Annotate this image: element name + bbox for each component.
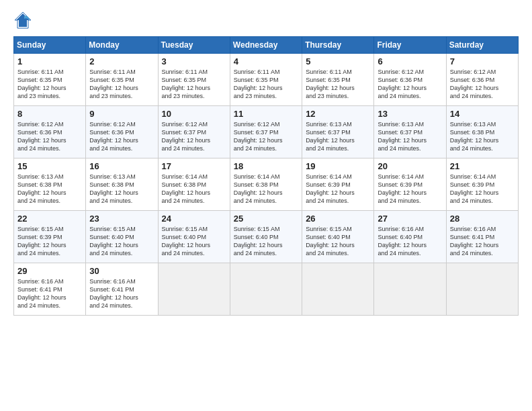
logo	[13, 11, 35, 30]
day-number: 29	[17, 266, 82, 276]
day-number: 30	[89, 266, 154, 276]
cell-text: Sunrise: 6:13 AMSunset: 6:37 PMDaylight:…	[378, 120, 442, 153]
cell-text: Sunrise: 6:12 AMSunset: 6:37 PMDaylight:…	[234, 120, 298, 153]
cell-text: Sunrise: 6:15 AMSunset: 6:40 PMDaylight:…	[89, 225, 154, 258]
cell-text: Sunrise: 6:16 AMSunset: 6:40 PMDaylight:…	[378, 225, 442, 258]
weekday-header-row: SundayMondayTuesdayWednesdayThursdayFrid…	[14, 37, 519, 54]
calendar-cell	[230, 263, 302, 316]
day-number: 10	[162, 109, 226, 119]
day-number: 18	[234, 161, 298, 171]
cell-text: Sunrise: 6:14 AMSunset: 6:39 PMDaylight:…	[378, 173, 442, 205]
cell-text: Sunrise: 6:12 AMSunset: 6:36 PMDaylight:…	[378, 68, 442, 101]
day-number: 13	[378, 109, 442, 119]
calendar-cell: 11Sunrise: 6:12 AMSunset: 6:37 PMDayligh…	[230, 106, 302, 158]
day-number: 8	[17, 109, 82, 119]
cell-text: Sunrise: 6:11 AMSunset: 6:35 PMDaylight:…	[89, 68, 154, 101]
calendar-cell: 29Sunrise: 6:16 AMSunset: 6:41 PMDayligh…	[14, 263, 86, 316]
svg-marker-0	[16, 13, 30, 27]
calendar-cell	[374, 263, 446, 316]
calendar-cell: 6Sunrise: 6:12 AMSunset: 6:36 PMDaylight…	[374, 54, 446, 106]
calendar-cell: 14Sunrise: 6:13 AMSunset: 6:38 PMDayligh…	[446, 106, 518, 158]
cell-text: Sunrise: 6:16 AMSunset: 6:41 PMDaylight:…	[450, 225, 515, 258]
day-number: 11	[234, 109, 298, 119]
header	[13, 11, 519, 30]
weekday-header-wednesday: Wednesday	[230, 37, 302, 54]
calendar-cell	[158, 263, 230, 316]
cell-text: Sunrise: 6:11 AMSunset: 6:35 PMDaylight:…	[17, 68, 82, 101]
weekday-header-saturday: Saturday	[446, 37, 518, 54]
calendar-cell: 24Sunrise: 6:15 AMSunset: 6:40 PMDayligh…	[158, 211, 230, 263]
day-number: 25	[234, 214, 298, 224]
day-number: 20	[378, 161, 442, 171]
calendar-week-3: 15Sunrise: 6:13 AMSunset: 6:38 PMDayligh…	[14, 158, 519, 211]
calendar-week-5: 29Sunrise: 6:16 AMSunset: 6:41 PMDayligh…	[14, 263, 519, 316]
day-number: 16	[89, 161, 154, 171]
cell-text: Sunrise: 6:13 AMSunset: 6:38 PMDaylight:…	[89, 173, 154, 205]
calendar-week-1: 1Sunrise: 6:11 AMSunset: 6:35 PMDaylight…	[14, 54, 519, 106]
cell-text: Sunrise: 6:15 AMSunset: 6:39 PMDaylight:…	[17, 225, 82, 258]
calendar-cell: 26Sunrise: 6:15 AMSunset: 6:40 PMDayligh…	[302, 211, 374, 263]
cell-text: Sunrise: 6:12 AMSunset: 6:36 PMDaylight:…	[450, 68, 515, 101]
weekday-header-sunday: Sunday	[14, 37, 86, 54]
calendar-cell: 4Sunrise: 6:11 AMSunset: 6:35 PMDaylight…	[230, 54, 302, 106]
day-number: 6	[378, 56, 442, 66]
calendar-cell: 19Sunrise: 6:14 AMSunset: 6:39 PMDayligh…	[302, 158, 374, 211]
cell-text: Sunrise: 6:14 AMSunset: 6:39 PMDaylight:…	[450, 173, 515, 205]
calendar-week-4: 22Sunrise: 6:15 AMSunset: 6:39 PMDayligh…	[14, 211, 519, 263]
calendar-cell: 16Sunrise: 6:13 AMSunset: 6:38 PMDayligh…	[86, 158, 158, 211]
calendar-cell: 12Sunrise: 6:13 AMSunset: 6:37 PMDayligh…	[302, 106, 374, 158]
cell-text: Sunrise: 6:15 AMSunset: 6:40 PMDaylight:…	[234, 225, 298, 258]
cell-text: Sunrise: 6:11 AMSunset: 6:35 PMDaylight:…	[306, 68, 370, 101]
day-number: 21	[450, 161, 515, 171]
calendar-cell: 15Sunrise: 6:13 AMSunset: 6:38 PMDayligh…	[14, 158, 86, 211]
day-number: 15	[17, 161, 82, 171]
calendar-cell: 9Sunrise: 6:12 AMSunset: 6:36 PMDaylight…	[86, 106, 158, 158]
cell-text: Sunrise: 6:15 AMSunset: 6:40 PMDaylight:…	[162, 225, 226, 258]
day-number: 22	[17, 214, 82, 224]
calendar-cell: 22Sunrise: 6:15 AMSunset: 6:39 PMDayligh…	[14, 211, 86, 263]
calendar-cell: 2Sunrise: 6:11 AMSunset: 6:35 PMDaylight…	[86, 54, 158, 106]
calendar-cell	[302, 263, 374, 316]
day-number: 26	[306, 214, 370, 224]
calendar-cell: 3Sunrise: 6:11 AMSunset: 6:35 PMDaylight…	[158, 54, 230, 106]
cell-text: Sunrise: 6:16 AMSunset: 6:41 PMDaylight:…	[17, 277, 82, 310]
calendar-cell: 10Sunrise: 6:12 AMSunset: 6:37 PMDayligh…	[158, 106, 230, 158]
calendar-cell: 28Sunrise: 6:16 AMSunset: 6:41 PMDayligh…	[446, 211, 518, 263]
cell-text: Sunrise: 6:16 AMSunset: 6:41 PMDaylight:…	[89, 277, 154, 310]
cell-text: Sunrise: 6:14 AMSunset: 6:39 PMDaylight:…	[306, 173, 370, 205]
cell-text: Sunrise: 6:14 AMSunset: 6:38 PMDaylight:…	[234, 173, 298, 205]
cell-text: Sunrise: 6:13 AMSunset: 6:38 PMDaylight:…	[17, 173, 82, 205]
day-number: 5	[306, 56, 370, 66]
day-number: 7	[450, 56, 515, 66]
calendar-cell: 13Sunrise: 6:13 AMSunset: 6:37 PMDayligh…	[374, 106, 446, 158]
cell-text: Sunrise: 6:14 AMSunset: 6:38 PMDaylight:…	[162, 173, 226, 205]
calendar-cell: 27Sunrise: 6:16 AMSunset: 6:40 PMDayligh…	[374, 211, 446, 263]
cell-text: Sunrise: 6:11 AMSunset: 6:35 PMDaylight:…	[162, 68, 226, 101]
day-number: 28	[450, 214, 515, 224]
cell-text: Sunrise: 6:13 AMSunset: 6:37 PMDaylight:…	[306, 120, 370, 153]
weekday-header-monday: Monday	[86, 37, 158, 54]
cell-text: Sunrise: 6:13 AMSunset: 6:38 PMDaylight:…	[450, 120, 515, 153]
cell-text: Sunrise: 6:11 AMSunset: 6:35 PMDaylight:…	[234, 68, 298, 101]
calendar-cell	[446, 263, 518, 316]
day-number: 9	[89, 109, 154, 119]
day-number: 17	[162, 161, 226, 171]
page: SundayMondayTuesdayWednesdayThursdayFrid…	[0, 0, 532, 411]
day-number: 2	[89, 56, 154, 66]
cell-text: Sunrise: 6:15 AMSunset: 6:40 PMDaylight:…	[306, 225, 370, 258]
day-number: 4	[234, 56, 298, 66]
calendar-cell: 7Sunrise: 6:12 AMSunset: 6:36 PMDaylight…	[446, 54, 518, 106]
day-number: 14	[450, 109, 515, 119]
calendar-cell: 20Sunrise: 6:14 AMSunset: 6:39 PMDayligh…	[374, 158, 446, 211]
cell-text: Sunrise: 6:12 AMSunset: 6:36 PMDaylight:…	[89, 120, 154, 153]
calendar-cell: 23Sunrise: 6:15 AMSunset: 6:40 PMDayligh…	[86, 211, 158, 263]
calendar-cell: 30Sunrise: 6:16 AMSunset: 6:41 PMDayligh…	[86, 263, 158, 316]
calendar-cell: 5Sunrise: 6:11 AMSunset: 6:35 PMDaylight…	[302, 54, 374, 106]
logo-icon	[13, 11, 32, 30]
calendar-table: SundayMondayTuesdayWednesdayThursdayFrid…	[13, 36, 519, 316]
calendar-cell: 18Sunrise: 6:14 AMSunset: 6:38 PMDayligh…	[230, 158, 302, 211]
day-number: 12	[306, 109, 370, 119]
weekday-header-friday: Friday	[374, 37, 446, 54]
calendar-cell: 21Sunrise: 6:14 AMSunset: 6:39 PMDayligh…	[446, 158, 518, 211]
cell-text: Sunrise: 6:12 AMSunset: 6:37 PMDaylight:…	[162, 120, 226, 153]
